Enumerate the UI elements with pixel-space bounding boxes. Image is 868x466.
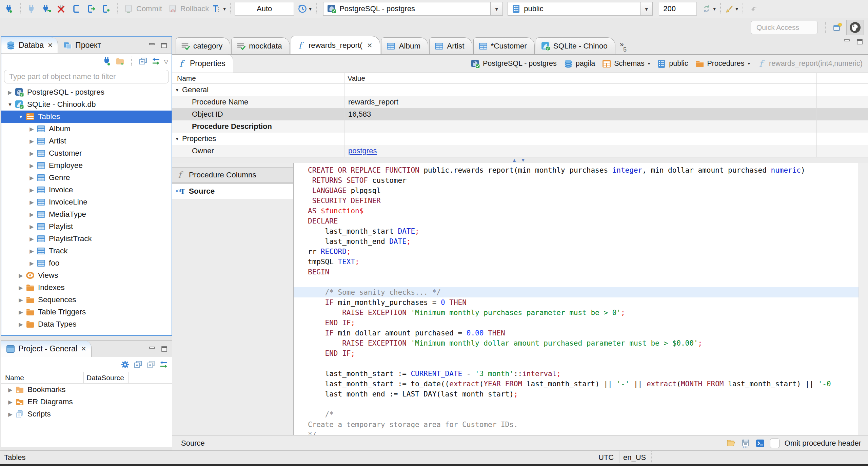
tab-project-general[interactable]: Project - General ✕ xyxy=(1,341,92,357)
chevron-collapsed-icon[interactable]: ▶ xyxy=(27,224,36,230)
new-connection-button[interactable] xyxy=(2,2,16,16)
link-with-editor-icon[interactable] xyxy=(159,360,169,369)
chevron-collapsed-icon[interactable]: ▶ xyxy=(6,411,15,418)
chevron-collapsed-icon[interactable]: ▶ xyxy=(16,285,25,291)
splitter-up-icon[interactable]: ▲ xyxy=(512,157,517,163)
tree-item-data-types[interactable]: ▶Data Types xyxy=(1,318,172,330)
chevron-collapsed-icon[interactable]: ▶ xyxy=(27,162,36,169)
project-item-bookmarks[interactable]: ▶Bookmarks xyxy=(1,384,172,396)
tree-item-sqlite-chinook-db[interactable]: ▼SQLite - Chinook.db xyxy=(1,98,172,111)
tree-item-track[interactable]: ▶Track xyxy=(1,245,172,257)
tree-item-playlist[interactable]: ▶Playlist xyxy=(1,220,172,233)
tree-item-foo[interactable]: ▶foo xyxy=(1,257,172,269)
tree-item-table-triggers[interactable]: ▶Table Triggers xyxy=(1,306,172,318)
maximize-view-icon[interactable] xyxy=(160,42,168,50)
object-filter-input[interactable] xyxy=(4,72,169,81)
minimize-view-icon[interactable] xyxy=(148,42,156,50)
chevron-expanded-icon[interactable]: ▼ xyxy=(175,88,179,93)
connection-combo[interactable]: PostgreSQL - postgres ▼ xyxy=(323,2,503,16)
combo-arrow-icon[interactable]: ▼ xyxy=(640,2,652,15)
breadcrumb-item-postgresql-postgres[interactable]: PostgreSQL - postgres xyxy=(471,59,557,69)
property-row-object-id[interactable]: Object ID16,583 xyxy=(172,108,868,120)
grid-column-value[interactable]: Value xyxy=(344,74,365,82)
status-timezone[interactable]: UTC xyxy=(593,451,619,463)
console-icon[interactable] xyxy=(755,439,765,448)
chevron-collapsed-icon[interactable]: ▶ xyxy=(27,236,36,242)
breadcrumb-item-public[interactable]: public xyxy=(657,59,688,69)
tree-item-views[interactable]: ▶Views xyxy=(1,269,172,281)
chevron-collapsed-icon[interactable]: ▶ xyxy=(27,211,36,218)
chevron-expanded-icon[interactable]: ▼ xyxy=(175,136,179,141)
chevron-expanded-icon[interactable]: ▼ xyxy=(16,114,25,119)
disconnect-button[interactable] xyxy=(54,2,68,16)
tree-item-customer[interactable]: ▶Customer xyxy=(1,147,172,159)
save-icon[interactable] xyxy=(741,439,750,448)
chevron-expanded-icon[interactable]: ▼ xyxy=(5,102,15,107)
column-header-name[interactable]: Name xyxy=(1,372,84,383)
subtab-source[interactable]: <>T Source xyxy=(172,183,293,199)
breadcrumb-item-rewards-report-int4-numeric[interactable]: frewards_report(int4,numeric) xyxy=(757,59,863,69)
breadcrumb-item-schemas[interactable]: Schemas▾ xyxy=(602,59,650,69)
omit-procedure-header-checkbox[interactable] xyxy=(770,439,780,448)
chevron-collapsed-icon[interactable]: ▶ xyxy=(27,138,36,144)
tree-item-playlisttrack[interactable]: ▶PlaylistTrack xyxy=(1,233,172,245)
subtab-procedure-columns[interactable]: f Procedure Columns xyxy=(172,167,293,183)
editor-tab-sqlite-chinoo[interactable]: SQLite - Chinoo xyxy=(536,37,615,54)
new-connection-icon[interactable] xyxy=(102,57,112,66)
chevron-collapsed-icon[interactable]: ▶ xyxy=(16,309,25,315)
minimize-view-icon[interactable] xyxy=(843,38,851,46)
editor-tab-rewards-report[interactable]: frewards_report(✕ xyxy=(291,36,380,54)
quick-access-field[interactable] xyxy=(751,21,818,34)
gear-icon[interactable] xyxy=(120,360,130,369)
expand-all-icon[interactable] xyxy=(146,360,156,369)
dbeaver-perspective-button[interactable] xyxy=(846,20,864,35)
new-sql-editor-button[interactable] xyxy=(99,2,113,16)
chevron-collapsed-icon[interactable]: ▶ xyxy=(16,272,25,279)
splitter-down-icon[interactable]: ▼ xyxy=(521,157,526,163)
close-tab-icon[interactable]: ✕ xyxy=(367,41,373,50)
chevron-collapsed-icon[interactable]: ▶ xyxy=(6,387,15,393)
link-with-editor-icon[interactable] xyxy=(151,57,161,66)
editor-tab-mockdata[interactable]: mockdata xyxy=(231,37,290,54)
editor-tab-category[interactable]: category xyxy=(176,37,230,54)
property-row-general[interactable]: ▼General xyxy=(172,84,868,96)
connect-button[interactable] xyxy=(24,2,39,16)
property-row-procedure-description[interactable]: Procedure Description xyxy=(172,120,868,133)
sql-editor-button[interactable] xyxy=(84,2,98,16)
chevron-collapsed-icon[interactable]: ▶ xyxy=(16,321,25,328)
close-tab-icon[interactable]: ✕ xyxy=(81,345,86,353)
tree-item-invoiceline[interactable]: ▶InvoiceLine xyxy=(1,196,172,208)
open-file-icon[interactable] xyxy=(726,439,736,448)
chevron-collapsed-icon[interactable]: ▶ xyxy=(27,199,36,206)
grid-column-name[interactable]: Name xyxy=(172,74,344,82)
tree-item-employee[interactable]: ▶Employee xyxy=(1,159,172,172)
collapse-all-icon[interactable] xyxy=(138,57,148,66)
history-button[interactable]: ▼ xyxy=(298,2,312,16)
chevron-down-icon[interactable]: ▾ xyxy=(648,61,650,66)
tab-overflow-indicator[interactable]: »5 xyxy=(620,41,627,54)
chevron-collapsed-icon[interactable]: ▶ xyxy=(27,260,36,267)
source-code[interactable]: CREATE OR REPLACE FUNCTION public.reward… xyxy=(294,163,859,435)
reconnect-button[interactable] xyxy=(39,2,54,16)
maximize-view-icon[interactable] xyxy=(160,345,169,353)
tree-item-sequences[interactable]: ▶Sequences xyxy=(1,294,172,306)
source-editor[interactable]: CREATE OR REPLACE FUNCTION public.reward… xyxy=(294,163,868,435)
project-item-er-diagrams[interactable]: ▶ER Diagrams xyxy=(1,396,172,408)
tab-properties[interactable]: f Properties xyxy=(172,55,233,73)
undo-button[interactable] xyxy=(747,2,761,16)
refresh-button[interactable]: ▼ xyxy=(702,2,716,16)
tree-item-mediatype[interactable]: ▶MediaType xyxy=(1,208,172,220)
tree-item-invoice[interactable]: ▶Invoice xyxy=(1,184,172,196)
editor-tab-artist[interactable]: Artist xyxy=(429,37,472,54)
editor-scrollbar[interactable] xyxy=(859,163,868,435)
status-locale[interactable]: en_US xyxy=(618,451,652,463)
breadcrumb-item-procedures[interactable]: Procedures▾ xyxy=(695,59,750,69)
chevron-collapsed-icon[interactable]: ▶ xyxy=(27,175,36,181)
perspective-icon[interactable] xyxy=(833,23,842,32)
project-item-scripts[interactable]: ▶Scripts xyxy=(1,408,172,420)
maximize-view-icon[interactable] xyxy=(856,38,864,46)
property-row-owner[interactable]: Ownerpostgres xyxy=(172,145,868,157)
editor-tab-customer[interactable]: *Customer xyxy=(473,37,535,54)
transaction-log-button[interactable] xyxy=(69,2,83,16)
fetch-size-field[interactable] xyxy=(659,2,697,16)
